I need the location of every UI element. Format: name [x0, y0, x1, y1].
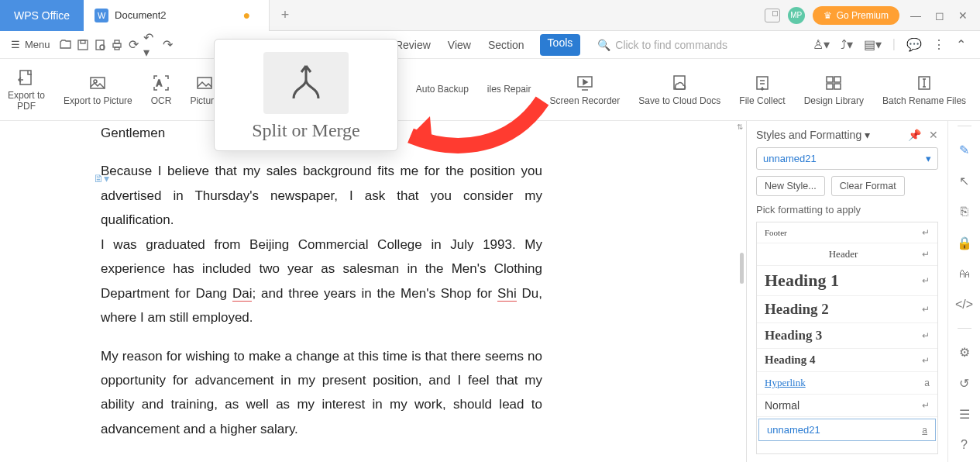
design-library-button[interactable]: Design Library	[804, 73, 864, 107]
print-icon[interactable]	[109, 37, 125, 53]
translate-icon[interactable]: 🗛	[957, 266, 972, 281]
current-style-value: unnamed21	[763, 153, 817, 164]
comment-icon[interactable]: 💬	[906, 37, 922, 52]
file-collect-label: File Collect	[739, 96, 785, 107]
auto-backup-button[interactable]: Auto Backup	[416, 84, 469, 95]
go-premium-button[interactable]: ♛ Go Premium	[813, 6, 899, 25]
hamburger-icon: ☰	[11, 39, 20, 50]
writer-doc-icon: W	[95, 9, 108, 22]
style-item-unnamed21[interactable]: unnamed21a	[758, 419, 936, 441]
split-merge-icon	[263, 52, 349, 114]
screen-recorder-icon	[575, 73, 595, 93]
design-library-icon	[824, 73, 844, 93]
export-pdf-button[interactable]: Export to PDF	[8, 67, 45, 112]
svg-rect-7	[20, 71, 31, 84]
pin-icon[interactable]: 📌	[908, 129, 921, 141]
svg-rect-17	[827, 84, 833, 89]
cursor-icon[interactable]: ↖	[957, 173, 972, 188]
print-preview-icon[interactable]	[92, 37, 108, 53]
screen-recorder-button[interactable]: Screen Recorder	[550, 73, 621, 107]
open-icon[interactable]	[58, 37, 74, 53]
close-panel-icon[interactable]: ✕	[929, 129, 938, 141]
svg-rect-1	[81, 40, 85, 43]
document-area[interactable]: 🗎▾ Gentlemen Because I believe that my s…	[0, 121, 738, 462]
style-item-heading2[interactable]: Heading 2↵	[757, 296, 937, 323]
code-icon[interactable]: </>	[957, 297, 972, 312]
clipboard-icon[interactable]: ⎘	[957, 204, 972, 219]
new-tab-button[interactable]: +	[270, 0, 301, 31]
edit-icon[interactable]: ✎	[957, 142, 972, 157]
maximize-button[interactable]: ◻	[932, 6, 947, 25]
style-item-heading3[interactable]: Heading 3↵	[757, 323, 937, 349]
unsaved-indicator-icon: ●	[242, 9, 250, 22]
style-item-header[interactable]: Header↵	[757, 243, 937, 266]
user-icon[interactable]: ♙▾	[813, 37, 830, 52]
svg-text:A: A	[156, 79, 162, 88]
tab-view[interactable]: View	[446, 34, 473, 56]
window-layout-icon[interactable]	[765, 9, 780, 22]
history-icon[interactable]: ↺	[957, 375, 972, 391]
tab-tools[interactable]: Tools	[540, 34, 581, 56]
export-pdf-label: Export to PDF	[8, 91, 45, 112]
style-item-heading1[interactable]: Heading 1↵	[757, 266, 937, 296]
stack-icon[interactable]: ▤▾	[864, 37, 882, 52]
list-icon[interactable]: ☰	[957, 406, 972, 422]
save-cloud-label: Save to Cloud Docs	[638, 96, 720, 107]
paragraph-marker-icon[interactable]: 🗎▾	[93, 169, 109, 189]
tab-section[interactable]: Section	[487, 34, 526, 56]
more-icon[interactable]: ⋮	[933, 37, 945, 52]
styles-panel: Styles and Formatting ▾ 📌 ✕ unnamed21 ▾ …	[746, 121, 947, 462]
document-tab[interactable]: W Document2 ●	[84, 0, 270, 31]
style-item-footer[interactable]: Footer↵	[757, 222, 937, 243]
files-repair-label: iles Repair	[487, 84, 531, 95]
picture-icon	[194, 73, 215, 93]
export-picture-button[interactable]: Export to Picture	[64, 73, 132, 107]
help-icon[interactable]: ?	[957, 437, 972, 453]
share-icon[interactable]: ⤴▾	[841, 37, 853, 52]
current-style-select[interactable]: unnamed21 ▾	[756, 147, 938, 170]
menu-button[interactable]: ☰ Menu	[5, 36, 57, 53]
svg-rect-4	[113, 43, 121, 47]
design-library-label: Design Library	[804, 96, 864, 107]
search-placeholder: Click to find commands	[615, 39, 727, 51]
files-repair-button[interactable]: iles Repair	[487, 84, 531, 95]
svg-rect-16	[834, 77, 841, 82]
close-button[interactable]: ✕	[955, 6, 971, 25]
divider: |	[892, 37, 896, 52]
premium-label: Go Premium	[837, 10, 889, 21]
batch-rename-label: Batch Rename Files	[882, 96, 966, 107]
ocr-label: OCR	[151, 96, 172, 107]
refresh-icon[interactable]: ⟳	[126, 37, 142, 53]
batch-rename-button[interactable]: Batch Rename Files	[882, 73, 966, 107]
minimize-button[interactable]: —	[907, 6, 924, 25]
paragraph-2: My reason for wishing to make a change a…	[101, 344, 542, 442]
command-search[interactable]: 🔍 Click to find commands	[597, 39, 727, 51]
file-collect-button[interactable]: File Collect	[739, 73, 785, 107]
svg-rect-6	[115, 47, 119, 50]
save-icon[interactable]	[75, 37, 91, 53]
app-badge[interactable]: WPS Office	[0, 0, 84, 31]
collapse-ribbon-icon[interactable]: ⌃	[956, 37, 966, 52]
panel-splitter[interactable]	[738, 121, 746, 462]
ocr-button[interactable]: A OCR	[151, 73, 172, 107]
clear-format-button[interactable]: Clear Format	[831, 176, 905, 196]
chevron-down-icon: ▾	[926, 153, 931, 164]
sliders-icon[interactable]: ⚙	[957, 344, 972, 360]
pdf-icon	[16, 67, 36, 88]
search-icon: 🔍	[597, 39, 610, 51]
avatar[interactable]: MP	[788, 7, 805, 24]
lock-icon[interactable]: 🔒	[957, 235, 972, 250]
style-list: Footer↵ Header↵ Heading 1↵ Heading 2↵ He…	[756, 222, 938, 454]
redo-icon[interactable]: ↷	[160, 37, 176, 53]
right-sidebar: ✎ ↖ ⎘ 🔒 🗛 </> ⚙ ↺ ☰ ?	[947, 121, 980, 462]
tab-review[interactable]: Review	[394, 34, 432, 56]
style-item-normal[interactable]: Normal↵	[757, 395, 937, 417]
svg-rect-18	[834, 84, 841, 89]
new-style-button[interactable]: New Style...	[756, 176, 825, 196]
style-item-heading4[interactable]: Heading 4↵	[757, 349, 937, 372]
svg-rect-5	[115, 40, 119, 43]
split-merge-tooltip: Split or Merge	[214, 39, 398, 151]
save-cloud-button[interactable]: Save to Cloud Docs	[638, 73, 720, 107]
style-item-hyperlink[interactable]: Hyperlinka	[757, 372, 937, 395]
undo-icon[interactable]: ↶ ▾	[143, 37, 159, 53]
